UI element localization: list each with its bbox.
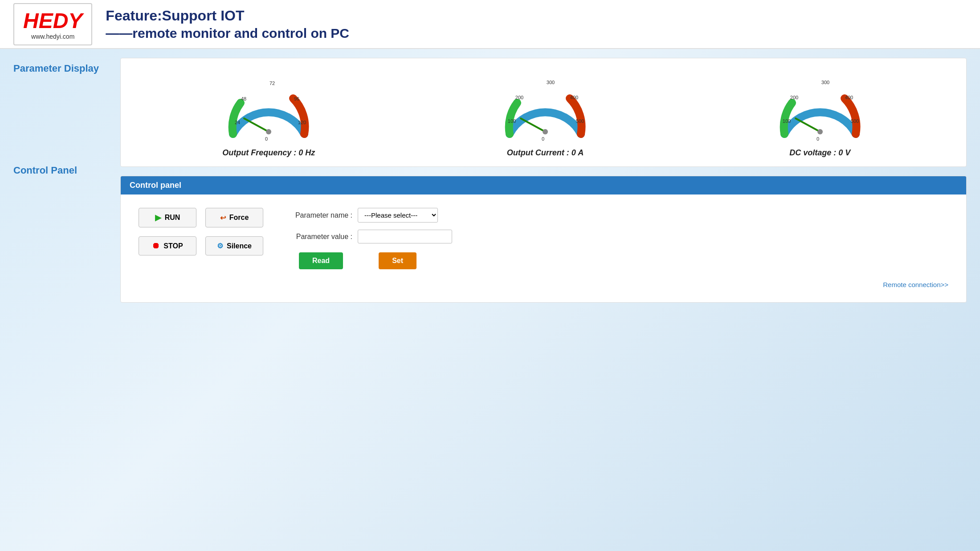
main-content: Parameter Display Control Panel 0 24 48: [0, 49, 980, 312]
logo-url: www.hedyi.com: [23, 33, 82, 40]
gauge-current-svg: 0 100 200 300 400 500: [501, 72, 590, 143]
svg-text:0: 0: [542, 136, 544, 142]
sidebar: Parameter Display Control Panel: [13, 58, 111, 303]
header-line2: ——remote monitor and control on PC: [106, 26, 967, 41]
remote-connection-link[interactable]: Remote connection>>: [883, 281, 948, 288]
parameter-value-input[interactable]: [358, 230, 452, 243]
control-panel-label: Control Panel: [13, 164, 111, 177]
control-panel-header: Control panel: [121, 176, 966, 194]
gauge-frequency-label: Output Frequency : 0 Hz: [222, 148, 315, 158]
svg-text:300: 300: [821, 80, 829, 85]
svg-text:24: 24: [235, 120, 240, 125]
silence-button-label: Silence: [227, 242, 252, 250]
svg-text:0: 0: [265, 136, 268, 142]
content-area: 0 24 48 72 96 120 Output Frequency : 0 H…: [120, 58, 967, 303]
svg-text:120: 120: [298, 120, 306, 125]
svg-text:200: 200: [515, 95, 523, 100]
logo-text: HEDY: [23, 8, 82, 33]
silence-icon: ⚙: [217, 242, 223, 250]
gauge-current-label: Output Current : 0 A: [507, 148, 584, 158]
header-line1: Feature:Support IOT: [106, 8, 967, 24]
stop-button-label: STOP: [163, 242, 183, 250]
svg-text:100: 100: [782, 118, 790, 124]
svg-text:400: 400: [845, 95, 853, 100]
run-button[interactable]: ▶ RUN: [139, 208, 196, 227]
gauge-voltage: 0 100 200 300 400 500 DC voltage : 0 V: [776, 72, 865, 158]
gauges-section: 0 24 48 72 96 120 Output Frequency : 0 H…: [120, 58, 967, 167]
parameter-name-label: Parameter name :: [290, 211, 352, 219]
svg-text:0: 0: [817, 136, 819, 142]
parameter-name-row: Parameter name : ---Please select---: [290, 208, 948, 223]
force-icon: ↩: [220, 214, 226, 222]
svg-point-23: [817, 129, 823, 134]
svg-text:48: 48: [241, 96, 246, 101]
control-panel-section: Control panel ▶ RUN ↩ Force ⏺ STOP: [120, 176, 967, 303]
parameter-name-select[interactable]: ---Please select---: [358, 208, 438, 223]
svg-point-7: [266, 129, 271, 134]
gauge-frequency: 0 24 48 72 96 120 Output Frequency : 0 H…: [222, 72, 315, 158]
svg-text:96: 96: [294, 96, 299, 101]
set-button[interactable]: Set: [379, 252, 416, 269]
svg-line-6: [244, 118, 269, 132]
gauge-voltage-label: DC voltage : 0 V: [789, 148, 850, 158]
svg-line-22: [796, 118, 820, 132]
svg-text:200: 200: [790, 95, 798, 100]
header: HEDY www.hedyi.com Feature:Support IOT —…: [0, 0, 980, 49]
parameter-controls: Parameter name : ---Please select--- Par…: [290, 208, 948, 289]
gauge-current: 0 100 200 300 400 500 Output Current : 0…: [501, 72, 590, 158]
svg-point-15: [543, 129, 548, 134]
parameter-value-row: Parameter value :: [290, 230, 948, 243]
svg-text:300: 300: [547, 80, 555, 85]
stop-icon: ⏺: [152, 241, 160, 251]
logo-box: HEDY www.hedyi.com: [13, 3, 92, 45]
parameter-display-label: Parameter Display: [13, 62, 111, 75]
svg-line-14: [521, 118, 545, 132]
svg-text:400: 400: [570, 95, 578, 100]
force-button-label: Force: [229, 214, 249, 222]
gauge-voltage-svg: 0 100 200 300 400 500: [776, 72, 865, 143]
parameter-action-buttons: Read Set: [290, 252, 948, 269]
svg-text:72: 72: [270, 81, 275, 86]
run-button-label: RUN: [165, 214, 180, 222]
force-button[interactable]: ↩ Force: [205, 208, 263, 227]
svg-text:500: 500: [576, 118, 584, 124]
read-button[interactable]: Read: [299, 252, 343, 269]
silence-button[interactable]: ⚙ Silence: [205, 236, 263, 255]
svg-text:500: 500: [850, 118, 858, 124]
control-panel-body: ▶ RUN ↩ Force ⏺ STOP ⚙ Silence: [121, 194, 966, 302]
parameter-value-label: Parameter value :: [290, 233, 352, 241]
gauge-frequency-svg: 0 24 48 72 96 120: [224, 72, 313, 143]
svg-text:100: 100: [508, 118, 516, 124]
run-icon: ▶: [155, 213, 161, 223]
stop-button[interactable]: ⏺ STOP: [139, 236, 196, 255]
header-title: Feature:Support IOT ——remote monitor and…: [106, 8, 967, 41]
control-buttons-grid: ▶ RUN ↩ Force ⏺ STOP ⚙ Silence: [139, 208, 263, 255]
